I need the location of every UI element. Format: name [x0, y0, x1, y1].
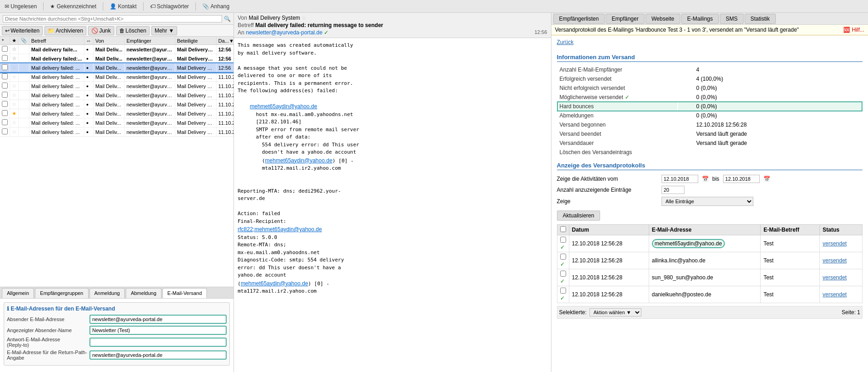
- result-status[interactable]: versendet: [819, 235, 862, 252]
- row-subject[interactable]: Mail delivery failed: ...: [29, 82, 84, 91]
- row-from[interactable]: Mail Deliv...: [93, 100, 124, 109]
- row-star[interactable]: ☆: [10, 54, 19, 63]
- email-link[interactable]: mehmet65aydin@yahoo.de: [265, 157, 333, 164]
- row-subject[interactable]: Mail delivery failed: ...: [29, 72, 84, 82]
- loeschen-button[interactable]: 🗑 Löschen: [116, 26, 150, 35]
- row-subject[interactable]: Mail delivery faile...: [29, 45, 84, 54]
- email-row[interactable]: ★ Mail delivery failed: ... ● Mail Deliv…: [0, 109, 234, 118]
- field-input[interactable]: [89, 338, 227, 347]
- from-calendar-icon[interactable]: 📅: [702, 176, 709, 182]
- tab-email-versand[interactable]: E-Mail-Versand: [162, 288, 207, 298]
- status-link[interactable]: versendet: [823, 274, 847, 281]
- email-row[interactable]: ☆ Mail delivery failed: ... ● Mail Deliv…: [0, 118, 234, 128]
- email-row[interactable]: ☆ Mail delivery failed: ... ● Mail Deliv…: [0, 91, 234, 100]
- email-row[interactable]: ☆ Mail delivery failed: ... ● Mail Deliv…: [0, 82, 234, 91]
- toolbar-ungelesen[interactable]: ✉ Ungelesen: [3, 2, 39, 11]
- row-subject[interactable]: Mail delivery failed: ...: [29, 118, 84, 128]
- row-to[interactable]: newsletter@ayurveda-po...: [124, 128, 175, 137]
- from-date-input[interactable]: [662, 175, 698, 183]
- tab-allgemein[interactable]: Allgemein: [2, 288, 34, 298]
- star-icon-preview[interactable]: ☆: [301, 15, 306, 21]
- row-star[interactable]: ★: [10, 109, 19, 118]
- tab-empfaengergruppen[interactable]: Empfängergruppen: [35, 288, 88, 298]
- row-to[interactable]: newsletter@ayurveda-po...: [124, 118, 175, 128]
- back-link[interactable]: Zurück: [557, 39, 574, 45]
- row-from[interactable]: Mail Deliv...: [93, 128, 124, 137]
- toolbar-anhang[interactable]: 📎 Anhang: [200, 2, 231, 11]
- toolbar-schlagwoerter[interactable]: 🏷 Schlagwörter: [148, 2, 191, 11]
- row-check[interactable]: [0, 91, 10, 100]
- row-to[interactable]: newsletter@ayurveda-po...: [124, 63, 175, 72]
- field-input[interactable]: [89, 350, 227, 360]
- row-from[interactable]: Mail Deliv...: [93, 82, 124, 91]
- result-status[interactable]: versendet: [819, 269, 862, 286]
- result-status[interactable]: versendet: [819, 286, 862, 303]
- result-check[interactable]: ✓: [557, 235, 569, 252]
- help-link[interactable]: 🆘 Hilf...: [843, 27, 864, 33]
- row-from[interactable]: Mail Deliv...: [93, 118, 124, 128]
- row-check[interactable]: [0, 72, 10, 82]
- row-to[interactable]: newsletter@ayurveda-po...: [124, 91, 175, 100]
- row-subject[interactable]: Mail delivery failed:...: [29, 54, 84, 63]
- email-row[interactable]: ☆ Mail delivery failed: ... ● Mail Deliv…: [0, 100, 234, 109]
- email-row[interactable]: ☆ Mail delivery failed: ... ● Mail Deliv…: [0, 128, 234, 137]
- email-link[interactable]: rfc822;mehmet65aydin@yahoo.de: [238, 226, 322, 233]
- row-to[interactable]: newsletter@ayurveda-po...: [124, 100, 175, 109]
- nav-emaiings[interactable]: E-Mailings: [681, 14, 719, 24]
- update-button[interactable]: Aktualisieren: [557, 211, 601, 221]
- row-subject[interactable]: Mail delivery failed: ...: [29, 63, 84, 72]
- row-from[interactable]: Mail Deliv...: [93, 91, 124, 100]
- row-star[interactable]: ☆: [10, 100, 19, 109]
- email-row[interactable]: ☆ Mail delivery failed: ... ● Mail Deliv…: [0, 63, 234, 72]
- email-row[interactable]: ☆ Mail delivery failed: ... ● Mail Deliv…: [0, 72, 234, 82]
- nav-empfaenger[interactable]: Empfänger: [606, 14, 645, 24]
- email-row[interactable]: ☆ Mail delivery failed:... ● Mail Deliv.…: [0, 54, 234, 63]
- nav-statistik[interactable]: Statistik: [745, 14, 776, 24]
- row-star[interactable]: ☆: [10, 128, 19, 137]
- toolbar-gekennzeichnet[interactable]: ★ Gekennzeichnet: [48, 2, 98, 11]
- tab-anmeldung[interactable]: Anmeldung: [89, 288, 125, 298]
- email-row[interactable]: ☆ Mail delivery faile... ● Mail Deliv...…: [0, 45, 234, 54]
- nav-sms[interactable]: SMS: [720, 14, 744, 24]
- row-to[interactable]: newsletter@ayurveda-po...: [124, 82, 175, 91]
- nav-webseite[interactable]: Webseite: [645, 14, 680, 24]
- row-star[interactable]: ☆: [10, 118, 19, 128]
- row-star[interactable]: ☆: [10, 82, 19, 91]
- check-all[interactable]: [560, 226, 566, 232]
- row-check[interactable]: [0, 82, 10, 91]
- row-from[interactable]: Mail Deliv...: [93, 109, 124, 118]
- row-star[interactable]: ☆: [10, 45, 19, 54]
- row-star[interactable]: ☆: [10, 91, 19, 100]
- tab-abmeldung[interactable]: Abmeldung: [126, 288, 161, 298]
- row-star[interactable]: ☆: [10, 72, 19, 82]
- row-check[interactable]: [0, 63, 10, 72]
- row-from[interactable]: Mail Deliv...: [93, 45, 124, 54]
- nav-empfaengerlisten[interactable]: Empfängerlisten: [553, 14, 605, 24]
- row-check[interactable]: [0, 128, 10, 137]
- email-link[interactable]: mehmet65aydin@yahoo.de: [241, 280, 308, 287]
- row-subject[interactable]: Mail delivery failed: ...: [29, 100, 84, 109]
- show-select[interactable]: Alle Einträge Versendet Fehlgeschlagen: [662, 197, 753, 206]
- search-icon[interactable]: 🔍: [224, 16, 231, 22]
- row-from[interactable]: Mail Deliv...: [93, 72, 124, 82]
- status-link[interactable]: versendet: [823, 257, 847, 264]
- row-star[interactable]: ☆: [10, 63, 19, 72]
- row-to[interactable]: newsletter@ayurveda-...: [124, 45, 175, 54]
- result-check[interactable]: ✓: [557, 286, 569, 303]
- row-subject[interactable]: Mail delivery failed: ...: [29, 91, 84, 100]
- row-subject[interactable]: Mail delivery failed: ...: [29, 128, 84, 137]
- search-input[interactable]: [3, 15, 222, 22]
- mehr-button[interactable]: Mehr ▼: [151, 26, 178, 35]
- junk-button[interactable]: 🚫 Junk: [88, 26, 114, 35]
- row-subject[interactable]: Mail delivery failed: ...: [29, 109, 84, 118]
- result-check[interactable]: ✓: [557, 252, 569, 269]
- weiterleiten-button[interactable]: ↩ Weiterleiten: [2, 26, 43, 35]
- status-link[interactable]: versendet: [823, 240, 847, 247]
- row-from[interactable]: Mail Deliv...: [93, 54, 124, 63]
- row-to[interactable]: newsletter@ayurveda-...: [124, 54, 175, 63]
- result-status[interactable]: versendet: [819, 252, 862, 269]
- aktion-select[interactable]: Aktion wählen ▼: [590, 308, 641, 316]
- row-check[interactable]: [0, 118, 10, 128]
- row-check[interactable]: [0, 109, 10, 118]
- email-link[interactable]: mehmet65aydin@yahoo.de: [250, 103, 317, 110]
